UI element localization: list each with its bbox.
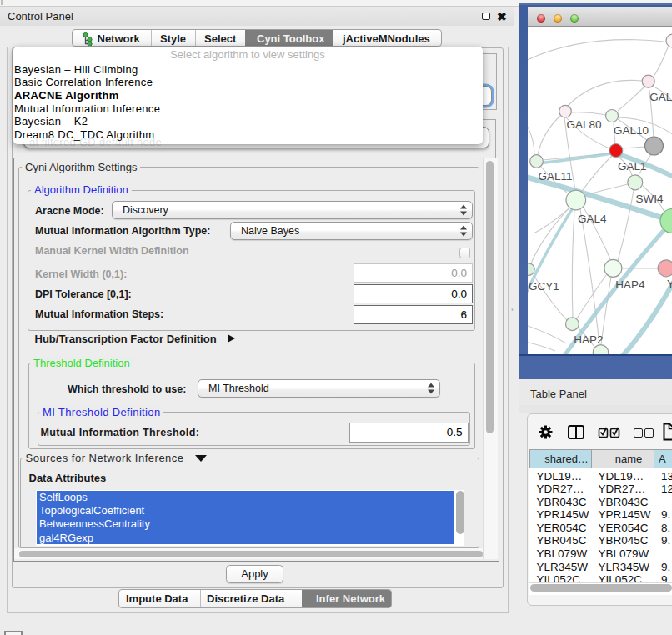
svg-text:HAP2: HAP2 [574,333,603,346]
svg-text:GAL11: GAL11 [538,170,572,182]
svg-text:HAP4: HAP4 [615,278,645,291]
svg-text:GCY1: GCY1 [529,280,559,292]
svg-text:GAL80: GAL80 [567,118,602,131]
svg-text:GAL7: GAL7 [649,91,672,103]
svg-text:GAL4: GAL4 [578,212,607,225]
svg-text:Y: Y [667,278,672,290]
svg-text:GAL10: GAL10 [614,124,649,137]
svg-text:SWI4: SWI4 [635,192,663,205]
svg-text:GAL1: GAL1 [618,160,647,172]
